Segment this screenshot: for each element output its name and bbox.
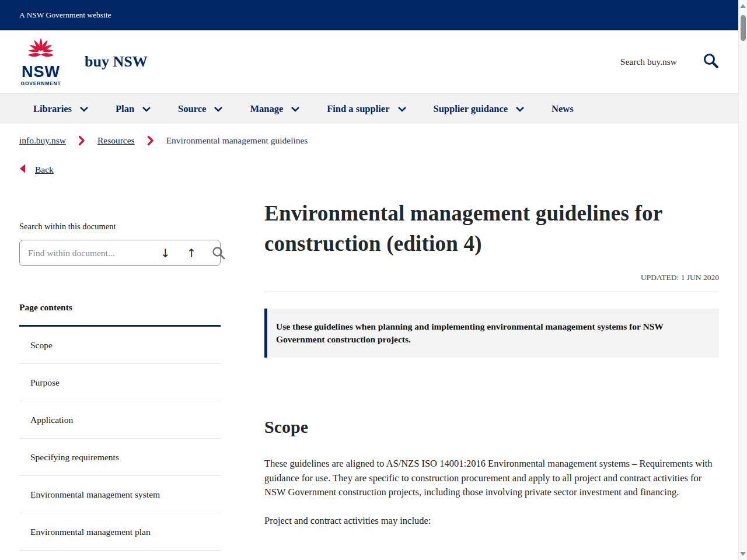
toc-item-application[interactable]: Application <box>19 401 221 439</box>
chevron-right-icon <box>147 135 154 146</box>
government-banner-label: A NSW Government website <box>19 10 111 20</box>
guidance-callout: Use these guidelines when planning and i… <box>264 309 719 358</box>
nav-item-find-a-supplier[interactable]: Find a supplier <box>327 103 406 115</box>
nav-item-manage[interactable]: Manage <box>250 103 300 115</box>
nsw-government-logo[interactable]: NSW GOVERNMENT <box>19 37 62 86</box>
page-contents-title: Page contents <box>19 302 221 313</box>
page-contents: Page contents Scope Purpose Application … <box>19 302 221 551</box>
breadcrumb-link-resources[interactable]: Resources <box>97 135 135 146</box>
breadcrumb: info.buy.nsw Resources Environmental man… <box>0 124 738 146</box>
scrollbar-thumb[interactable] <box>741 15 746 41</box>
chevron-down-icon <box>515 106 525 112</box>
search-icon[interactable] <box>703 52 719 71</box>
scope-paragraph-2: Project and contract activities may incl… <box>264 514 719 528</box>
document-search-input[interactable] <box>28 248 144 258</box>
document-search-label: Search within this document <box>19 222 221 232</box>
site-search-label[interactable]: Search buy.nsw <box>620 57 677 67</box>
scrollbar-up-arrow-icon[interactable] <box>740 4 746 8</box>
chevron-down-icon <box>142 106 151 112</box>
document-sidebar: Search within this document ↓ ↑ Page con… <box>19 198 221 551</box>
breadcrumb-link-home[interactable]: info.buy.nsw <box>19 135 66 146</box>
chevron-down-icon <box>79 106 89 112</box>
vertical-scrollbar[interactable] <box>738 0 747 560</box>
toc-item-purpose[interactable]: Purpose <box>19 364 221 401</box>
back-link-row: Back <box>19 163 738 176</box>
nav-item-source[interactable]: Source <box>178 103 223 115</box>
logo-text-government: GOVERNMENT <box>19 81 62 86</box>
toc-item-scope[interactable]: Scope <box>19 327 221 364</box>
chevron-down-icon <box>397 106 407 112</box>
section-heading-scope: Scope <box>264 417 719 437</box>
toc-item-environmental-management-system[interactable]: Environmental management system <box>19 476 221 513</box>
site-title[interactable]: buy NSW <box>85 53 148 71</box>
updated-date: UPDATED: 1 JUN 2020 <box>264 273 719 282</box>
chevron-down-icon <box>291 106 300 112</box>
page-title: Environmental management guidelines for … <box>264 198 719 259</box>
nav-item-libraries[interactable]: Libraries <box>33 103 89 115</box>
find-search-icon[interactable] <box>212 246 225 260</box>
find-previous-icon[interactable]: ↑ <box>187 247 197 259</box>
title-divider <box>264 292 719 292</box>
back-arrow-icon <box>19 163 26 176</box>
government-banner: A NSW Government website <box>0 0 738 30</box>
chevron-down-icon <box>214 106 223 112</box>
nav-item-news[interactable]: News <box>551 103 574 115</box>
toc-item-environmental-management-plan[interactable]: Environmental management plan <box>19 513 221 551</box>
nav-item-supplier-guidance[interactable]: Supplier guidance <box>434 103 525 115</box>
document-search-box: ↓ ↑ <box>19 240 221 266</box>
find-next-icon[interactable]: ↓ <box>160 247 170 259</box>
primary-nav: Libraries Plan Source Manage Find a supp… <box>0 93 738 124</box>
site-search[interactable]: Search buy.nsw <box>620 52 719 71</box>
main-content: Environmental management guidelines for … <box>264 198 719 551</box>
waratah-icon <box>19 37 62 64</box>
scrollbar-down-arrow-icon[interactable] <box>740 552 746 556</box>
chevron-right-icon <box>78 135 85 146</box>
nav-item-plan[interactable]: Plan <box>116 103 151 115</box>
back-link[interactable]: Back <box>35 164 54 175</box>
scope-paragraph-1: These guidelines are aligned to AS/NZS I… <box>264 457 719 500</box>
toc-item-specifying-requirements[interactable]: Specifying requirements <box>19 439 221 476</box>
site-header: NSW GOVERNMENT buy NSW Search buy.nsw <box>0 30 738 93</box>
logo-text-nsw: NSW <box>19 64 62 80</box>
breadcrumb-current-page: Environmental management guidelines <box>166 135 308 146</box>
